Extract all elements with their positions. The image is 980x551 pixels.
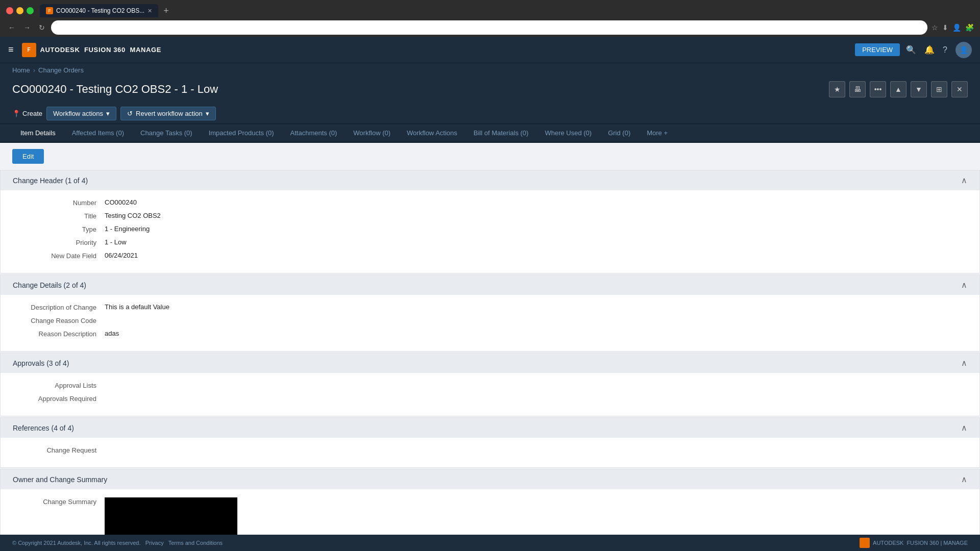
field-approvals-required: Approvals Required bbox=[13, 394, 967, 403]
tab-workflow-actions[interactable]: Workflow Actions bbox=[399, 124, 465, 143]
tab-more[interactable]: More + bbox=[639, 124, 676, 143]
owner-summary-section: Owner and Change Summary ∧ Change Summar… bbox=[0, 469, 980, 535]
tab-attachments[interactable]: Attachments (0) bbox=[282, 124, 346, 143]
maximize-traffic-light[interactable] bbox=[27, 7, 34, 14]
approvals-section: Approvals (3 of 4) ∧ Approval Lists Appr… bbox=[0, 353, 980, 416]
refresh-button[interactable]: ↻ bbox=[37, 22, 47, 33]
field-reason-desc: Reason Description adas bbox=[13, 330, 967, 338]
field-value-number: CO000240 bbox=[105, 198, 137, 206]
field-title: Title Testing CO2 OBS2 bbox=[13, 212, 967, 220]
field-label-approvals-req: Approvals Required bbox=[13, 394, 105, 403]
close-button[interactable]: ✕ bbox=[951, 81, 968, 97]
field-change-reason: Change Reason Code bbox=[13, 316, 967, 324]
field-label-priority: Priority bbox=[13, 238, 105, 246]
create-button[interactable]: 📍 Create bbox=[12, 110, 42, 117]
edit-button[interactable]: Edit bbox=[12, 149, 44, 164]
brand-name: FUSION 360 bbox=[84, 46, 126, 54]
change-header-toggle[interactable]: Change Header (1 of 4) ∧ bbox=[1, 170, 979, 190]
field-change-request: Change Request bbox=[13, 446, 967, 454]
references-section: References (4 of 4) ∧ Change Request bbox=[0, 417, 980, 468]
minimize-traffic-light[interactable] bbox=[16, 7, 23, 14]
owner-summary-content: Change Summary Owner Change Owner Additi… bbox=[1, 489, 979, 535]
tab-grid[interactable]: Grid (0) bbox=[600, 124, 639, 143]
field-value-type: 1 - Engineering bbox=[105, 225, 150, 233]
approvals-collapse-icon: ∧ bbox=[961, 358, 967, 368]
more-button[interactable]: ••• bbox=[870, 81, 886, 97]
search-icon[interactable]: 🔍 bbox=[906, 45, 916, 55]
tab-workflow[interactable]: Workflow (0) bbox=[345, 124, 399, 143]
field-label-reason-desc: Reason Description bbox=[13, 330, 105, 338]
fusion-icon: F bbox=[22, 43, 36, 57]
revert-chevron: ▾ bbox=[206, 110, 209, 117]
footer-terms-link[interactable]: Terms and Conditions bbox=[168, 540, 223, 546]
field-label-new-date: New Date Field bbox=[13, 252, 105, 260]
address-bar-row: ← → ↻ ☆ ⬇ 👤 🧩 bbox=[0, 19, 980, 38]
nav-icons: 🔍 🔔 ? 👤 bbox=[906, 42, 972, 58]
footer-privacy-link[interactable]: Privacy bbox=[145, 540, 164, 546]
field-approval-lists: Approval Lists bbox=[13, 381, 967, 389]
change-details-title: Change Details (2 of 4) bbox=[13, 281, 86, 289]
field-type: Type 1 - Engineering bbox=[13, 225, 967, 233]
breadcrumb: Home › Change Orders bbox=[0, 63, 980, 77]
field-label-reason-code: Change Reason Code bbox=[13, 316, 105, 324]
new-tab-button[interactable]: + bbox=[160, 5, 172, 17]
change-header-title: Change Header (1 of 4) bbox=[13, 177, 88, 185]
avatar[interactable]: 👤 bbox=[955, 42, 972, 58]
extensions-icon[interactable]: 🧩 bbox=[965, 23, 974, 32]
field-value-reason-desc: adas bbox=[105, 330, 119, 337]
back-button[interactable]: ← bbox=[6, 22, 17, 33]
tab-bom[interactable]: Bill of Materials (0) bbox=[465, 124, 537, 143]
tab-change-tasks[interactable]: Change Tasks (0) bbox=[132, 124, 201, 143]
workflow-actions-label: Workflow actions bbox=[53, 110, 103, 117]
breadcrumb-separator: › bbox=[33, 66, 35, 74]
approvals-toggle[interactable]: Approvals (3 of 4) ∧ bbox=[1, 353, 979, 373]
tab-where-used[interactable]: Where Used (0) bbox=[536, 124, 600, 143]
tab-title: CO000240 - Testing CO2 OBS... bbox=[56, 7, 144, 14]
tab-impacted-products[interactable]: Impacted Products (0) bbox=[201, 124, 282, 143]
tab-item-details[interactable]: Item Details bbox=[12, 124, 64, 143]
header-actions: ★ 🖶 ••• ▲ ▼ ⊞ ✕ bbox=[829, 81, 968, 97]
app-container: ≡ F AUTODESK FUSION 360 MANAGE PREVIEW 🔍… bbox=[0, 37, 980, 551]
forward-button[interactable]: → bbox=[21, 22, 33, 33]
create-icon: 📍 bbox=[12, 110, 20, 117]
browser-tabs: F CO000240 - Testing CO2 OBS... ✕ + bbox=[40, 4, 172, 17]
down-button[interactable]: ▼ bbox=[911, 81, 927, 97]
revert-workflow-button[interactable]: ↺ Revert workflow action ▾ bbox=[120, 107, 216, 120]
profile-icon[interactable]: 👤 bbox=[952, 23, 961, 32]
expand-button[interactable]: ⊞ bbox=[931, 81, 947, 97]
brand-text: AUTODESK FUSION 360 MANAGE bbox=[40, 46, 162, 54]
tab-close-icon[interactable]: ✕ bbox=[148, 8, 152, 14]
change-details-toggle[interactable]: Change Details (2 of 4) ∧ bbox=[1, 275, 979, 295]
star-button[interactable]: ★ bbox=[829, 81, 845, 97]
owner-summary-toggle[interactable]: Owner and Change Summary ∧ bbox=[1, 469, 979, 489]
workflow-actions-chevron: ▾ bbox=[106, 110, 110, 117]
footer-brand: AUTODESK bbox=[873, 540, 903, 546]
approvals-title: Approvals (3 of 4) bbox=[13, 359, 69, 367]
hamburger-menu[interactable]: ≡ bbox=[8, 44, 14, 55]
breadcrumb-home[interactable]: Home bbox=[12, 66, 30, 74]
traffic-lights bbox=[6, 7, 34, 14]
bookmark-icon[interactable]: ☆ bbox=[932, 23, 938, 32]
up-button[interactable]: ▲ bbox=[890, 81, 906, 97]
field-value-priority: 1 - Low bbox=[105, 238, 127, 246]
download-icon[interactable]: ⬇ bbox=[942, 23, 948, 32]
print-button[interactable]: 🖶 bbox=[849, 81, 866, 97]
page-title: CO000240 - Testing CO2 OBS2 - 1 - Low bbox=[12, 83, 218, 96]
references-toggle[interactable]: References (4 of 4) ∧ bbox=[1, 418, 979, 438]
active-browser-tab[interactable]: F CO000240 - Testing CO2 OBS... ✕ bbox=[40, 4, 158, 17]
footer-copyright-text: © Copyright 2021 Autodesk, Inc. All righ… bbox=[12, 540, 140, 546]
footer-autodesk-brand: AUTODESK FUSION 360 | MANAGE bbox=[860, 538, 968, 548]
close-traffic-light[interactable] bbox=[6, 7, 13, 14]
field-label-type: Type bbox=[13, 225, 105, 233]
preview-button[interactable]: PREVIEW bbox=[855, 43, 900, 56]
help-icon[interactable]: ? bbox=[943, 45, 947, 55]
field-priority: Priority 1 - Low bbox=[13, 238, 967, 246]
brand-prefix: AUTODESK bbox=[40, 46, 80, 54]
references-content: Change Request bbox=[1, 438, 979, 467]
address-bar[interactable] bbox=[51, 20, 927, 35]
field-desc-of-change: Description of Change This is a default … bbox=[13, 303, 967, 311]
bell-icon[interactable]: 🔔 bbox=[924, 45, 935, 55]
workflow-actions-button[interactable]: Workflow actions ▾ bbox=[46, 107, 116, 120]
edit-section: Edit bbox=[0, 143, 980, 170]
tab-affected-items[interactable]: Affected Items (0) bbox=[64, 124, 132, 143]
